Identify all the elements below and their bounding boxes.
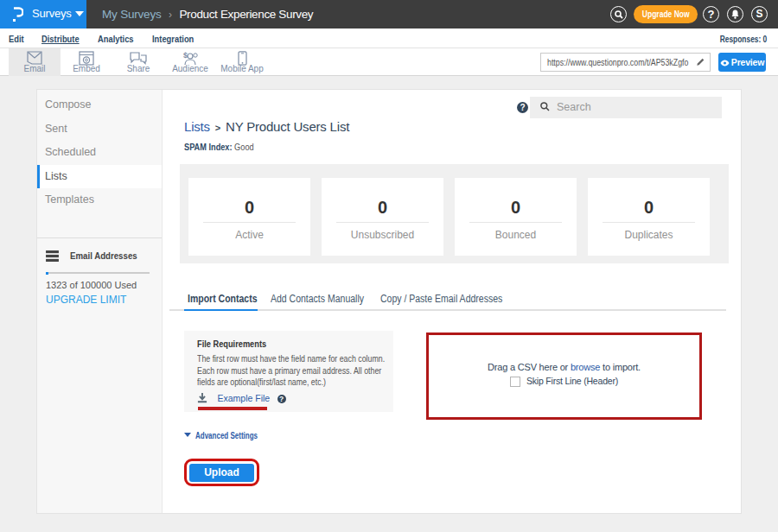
svg-text:$: $ bbox=[183, 51, 188, 60]
